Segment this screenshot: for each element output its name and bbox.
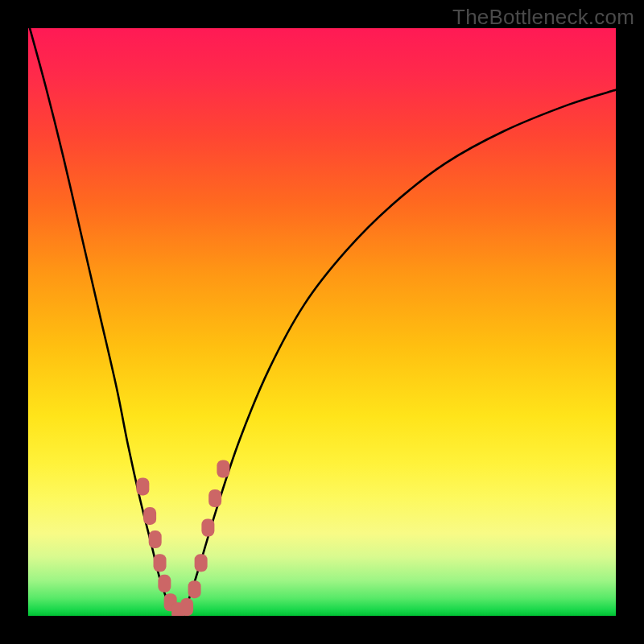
curve-marker [208, 489, 221, 507]
plot-area [28, 28, 616, 616]
watermark-text: TheBottleneck.com [452, 5, 634, 30]
curve-marker [180, 598, 193, 616]
curve-marker [158, 575, 171, 592]
curve-marker [195, 554, 208, 572]
curve-marker [154, 554, 167, 572]
curve-marker [136, 477, 149, 495]
curve-marker [201, 519, 214, 537]
curve-markers [136, 460, 229, 617]
curve-marker [217, 460, 229, 478]
curve-marker [143, 507, 156, 525]
curve-marker [188, 580, 201, 598]
bottleneck-curve-path [28, 28, 616, 614]
chart-frame: TheBottleneck.com [0, 0, 644, 644]
curve-marker [149, 530, 162, 548]
curve-svg [28, 28, 616, 616]
